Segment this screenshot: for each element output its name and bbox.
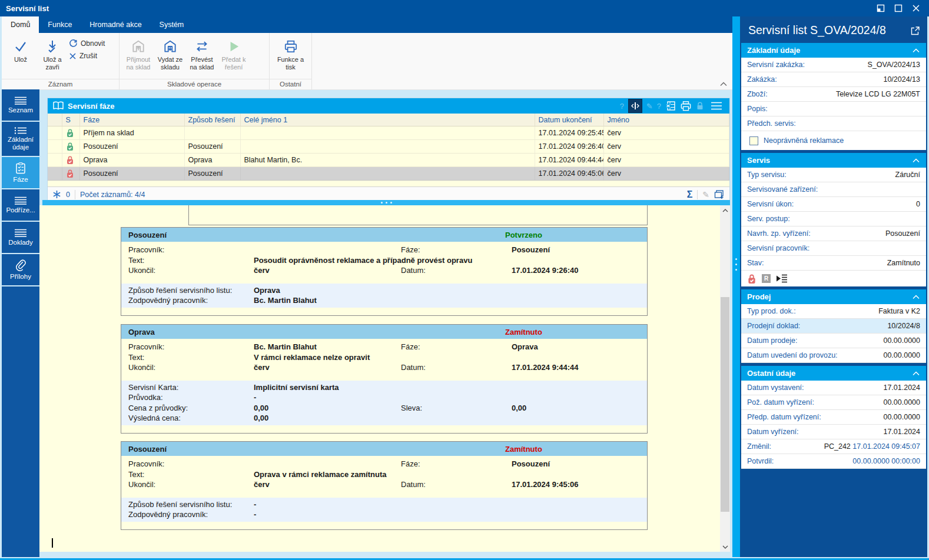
lock-icon[interactable] [696,102,704,111]
col-jmeno[interactable]: Jméno [603,114,729,126]
table-row[interactable]: Příjem na sklad 17.01.2024 09:25:45 červ [48,126,729,140]
col-s[interactable]: S [62,114,79,126]
field-row[interactable]: Potvrdil: 00.00.0000 00:00:00 [741,454,926,469]
chevron-up-icon[interactable] [912,48,920,53]
vertical-splitter[interactable] [732,16,740,557]
save-and-close-button[interactable]: Ulož a zavři [37,35,68,71]
field-row[interactable]: Typ prod. dok.:Faktura v K2 [741,304,926,319]
nav-item-doklady[interactable]: Doklady [2,222,39,253]
print-icon[interactable] [680,101,692,111]
window-title: Servisní list [0,4,49,13]
group-label-ostatni: Ostatní [270,79,311,89]
field-row[interactable]: Zboží:Televize LCD LG 22M05T [741,87,926,102]
play-icon [226,37,241,56]
tab-hromadne-akce[interactable]: Hromadné akce [81,16,150,33]
nav-item-seznam[interactable]: Seznam [2,89,39,121]
nav-item-podrizene[interactable]: Podříze... [2,189,39,221]
dock-window-icon[interactable] [875,3,887,14]
lock-green-check-icon [66,128,76,138]
field-row-highlighted[interactable]: Prodejní doklad:10/2024/8 [741,319,926,334]
scroll-up-icon[interactable] [720,205,730,215]
cancel-button[interactable]: Zrušit [69,52,105,60]
panel-title: Oprava [128,328,505,336]
chevron-up-icon[interactable] [912,371,920,376]
help-icon[interactable]: ? [620,102,624,111]
field-row[interactable]: Servisní pracovník: [741,241,926,256]
right-sidebar: Servisní list S_OVA/2024/8 Základní údaj… [740,16,927,557]
detail-list-icon [14,127,27,134]
sum-icon[interactable]: Σ [687,189,693,200]
section-header[interactable]: Prodej [741,289,926,304]
table-row-selected[interactable]: Posouzení Posouzení 17.01.2024 09:45:06 … [48,167,729,181]
horizontal-splitter[interactable] [42,200,730,205]
section-prodej: Prodej Typ prod. dok.:Faktura v K2 Prode… [741,289,926,363]
app-window: Servisní list Domů Funkce Hromadné akce … [0,0,929,560]
field-row[interactable]: Servisní úkon:0 [741,197,926,212]
receive-to-stock-button[interactable]: Přijmout na sklad [123,35,154,71]
column-layout-icon[interactable] [628,99,642,113]
nav-item-prilohy[interactable]: Přílohy [2,254,39,285]
maximize-icon[interactable] [892,3,904,14]
phase-table: S Fáze Způsob řešení Celé jméno 1 Datum … [48,114,729,181]
chevron-up-icon[interactable] [912,158,920,163]
section-header[interactable]: Servis [741,153,926,168]
col-jmeno1[interactable]: Celé jméno 1 [240,114,535,126]
field-row[interactable]: Stav:Zamítnuto [741,256,926,271]
tab-funkce[interactable]: Funkce [39,16,81,33]
nav-item-zakladni-udaje[interactable]: Základní údaje [2,122,39,156]
tab-domu[interactable]: Domů [2,16,39,33]
menu-icon[interactable] [711,102,722,110]
transfer-to-stock-button[interactable]: Převést na sklad [187,35,217,71]
col-datum[interactable]: Datum ukončení [535,114,603,126]
list-icon [14,196,27,205]
refresh-button[interactable]: Obnovit [69,39,105,48]
chevron-up-icon[interactable] [912,295,920,299]
forward-to-solution-button[interactable]: Předat k řešení [218,35,249,71]
field-row[interactable]: Servisované zařízení: [741,182,926,197]
field-row[interactable]: Předp. datum vyřízení:00.00.0000 [741,410,926,425]
section-header[interactable]: Ostatní údaje [741,366,926,381]
functions-and-print-button[interactable]: Funkce a tisk [276,35,306,71]
checkbox[interactable] [749,136,758,145]
ribbon-collapse-icon[interactable] [719,82,728,86]
scrollbar-thumb[interactable] [721,297,729,512]
field-row[interactable]: Typ servisu:Záruční [741,168,926,182]
close-icon[interactable] [910,3,922,14]
field-row[interactable]: Servisní zakázka:S_OVA/2024/13 [741,58,926,72]
scroll-down-icon[interactable] [720,542,730,552]
issue-from-stock-button[interactable]: Vydat ze skladu [155,35,185,71]
nav-filler [2,286,39,557]
table-row[interactable]: Posouzení Posouzení 17.01.2024 09:26:40 … [48,140,729,154]
field-row[interactable]: Datum prodeje:00.00.0000 [741,334,926,348]
section-header[interactable]: Základní údaje [741,43,926,58]
open-external-icon[interactable] [910,24,920,36]
new-record-icon[interactable] [714,190,725,199]
col-faze[interactable]: Fáze [79,114,184,126]
save-button[interactable]: Ulož [5,35,36,64]
table-row[interactable]: Oprava Oprava Blahut Martin, Bc. 17.01.2… [48,154,729,167]
field-row[interactable]: Pož. datum vyřízení:00.00.0000 [741,395,926,410]
group-label-sklad: Skladové operace [120,79,269,89]
filter-asterisk-icon[interactable] [52,190,61,199]
sidebar-heading: Servisní list S_OVA/2024/8 [740,16,927,43]
field-row[interactable]: Datum uvedení do provozu:00.00.0000 [741,348,926,363]
check-icon [14,37,28,56]
col-zpusob[interactable]: Způsob řešení [184,114,240,126]
detail-scrollbar[interactable] [720,205,730,552]
field-row[interactable]: Popis: [741,102,926,116]
field-row[interactable]: Předch. servis: [741,116,926,131]
field-row[interactable]: Serv. postup: [741,212,926,226]
status-badge: Zamítnuto [505,328,640,336]
field-row[interactable]: Datum vyřízení:17.01.2024 [741,425,926,439]
field-row[interactable]: Změnil: PC_242 17.01.2024 09:45:07 [741,439,926,454]
detail-panel-oprava: Oprava Zamítnuto Pracovník: Bc. Martin B… [121,324,648,434]
tab-system[interactable]: Systém [151,16,193,33]
edit-icon[interactable]: ✎ [646,102,653,111]
detail-panel-posouzeni-1: Posouzení Potvrzeno Pracovník: Fáze: Pos… [121,227,648,316]
field-row[interactable]: Datum vystavení:17.01.2024 [741,381,926,395]
help2-icon[interactable]: ? [657,102,661,111]
field-row[interactable]: Zakázka:10/2024/13 [741,72,926,87]
excel-export-icon[interactable] [665,101,676,111]
field-row[interactable]: Navrh. zp. vyřízení:Posouzení [741,226,926,241]
nav-item-faze[interactable]: Fáze [2,157,39,188]
